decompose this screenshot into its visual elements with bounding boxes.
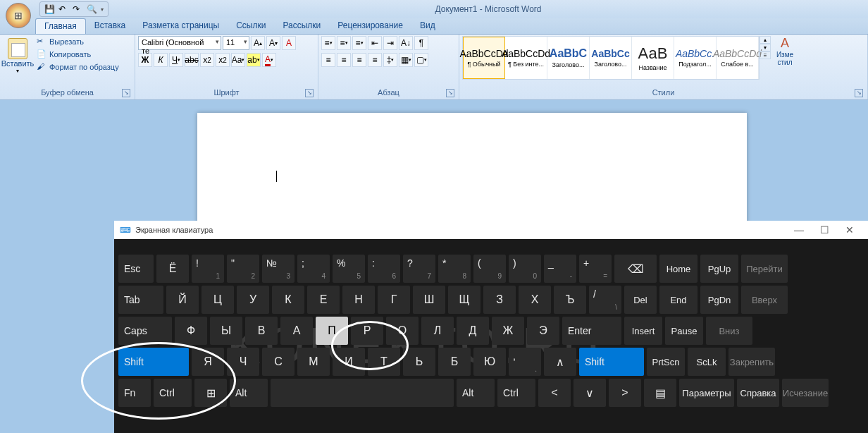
paragraph-dialog-launcher[interactable]: ↘ — [446, 89, 454, 97]
subscript-button[interactable]: x2 — [200, 53, 214, 67]
key-исчезание[interactable]: Исчезание — [782, 379, 829, 407]
font-color-button[interactable]: A▾ — [262, 53, 276, 67]
key-"[interactable]: "2 — [227, 255, 259, 283]
key-_[interactable]: _- — [544, 255, 576, 283]
key-space[interactable] — [271, 379, 454, 407]
show-marks-button[interactable]: ¶ — [414, 36, 428, 50]
key-ш[interactable]: Ш — [413, 286, 445, 314]
font-family-combo[interactable]: Calibri (Основной те▾ — [138, 36, 221, 50]
align-right-button[interactable]: ≡ — [352, 53, 366, 67]
key-я[interactable]: Я — [192, 348, 224, 376]
key->[interactable]: > — [609, 379, 641, 407]
key-й[interactable]: Й — [166, 286, 199, 314]
key-с[interactable]: С — [262, 348, 294, 376]
minimize-button[interactable]: — — [786, 224, 812, 236]
key-щ[interactable]: Щ — [448, 286, 480, 314]
key-([interactable]: (9 — [473, 255, 506, 283]
key-/[interactable]: /\ — [589, 286, 621, 314]
key-ы[interactable]: Ы — [210, 317, 242, 345]
key-ж[interactable]: Ж — [492, 317, 524, 345]
key-enter[interactable]: Enter — [562, 317, 621, 345]
style-item[interactable]: AaBbCcDd¶ Обычный — [463, 37, 505, 79]
key-%[interactable]: %5 — [333, 255, 365, 283]
key-+[interactable]: += — [579, 255, 612, 283]
format-painter-button[interactable]: 🖌Формат по образцу — [35, 61, 120, 73]
clipboard-dialog-launcher[interactable]: ↘ — [122, 89, 130, 97]
key-ь[interactable]: Ь — [403, 348, 435, 376]
align-left-button[interactable]: ≡ — [321, 53, 335, 67]
key-![interactable]: !1 — [192, 255, 224, 283]
numbering-button[interactable]: ≡▾ — [337, 36, 351, 50]
line-spacing-button[interactable]: ‡▾ — [383, 53, 397, 67]
key-,[interactable]: ,. — [509, 348, 541, 376]
key-<[interactable]: < — [538, 379, 571, 407]
tab-view[interactable]: Вид — [411, 18, 444, 34]
key-end[interactable]: End — [659, 286, 698, 314]
styles-gallery[interactable]: AaBbCcDd¶ ОбычныйAaBbCcDd¶ Без инте...Aa… — [462, 36, 760, 80]
styles-scroll-up[interactable]: ▴ — [760, 36, 771, 44]
key-shift[interactable]: Shift — [579, 348, 644, 376]
key-del[interactable]: Del — [624, 286, 657, 314]
style-item[interactable]: AaBbCЗаголово... — [547, 37, 590, 79]
key-alt[interactable]: Alt — [230, 379, 268, 407]
key-вверх[interactable]: Вверх — [741, 286, 788, 314]
key-ю[interactable]: Ю — [473, 348, 506, 376]
undo-icon[interactable]: ↶ — [58, 4, 68, 14]
italic-button[interactable]: К — [154, 53, 168, 67]
key-ц[interactable]: Ц — [202, 286, 234, 314]
key-▤[interactable]: ▤ — [644, 379, 676, 407]
key-к[interactable]: К — [272, 286, 304, 314]
clear-formatting-button[interactable]: A — [282, 36, 296, 50]
key-№[interactable]: №3 — [262, 255, 294, 283]
key-е[interactable]: Е — [307, 286, 340, 314]
key-⊞[interactable]: ⊞ — [194, 379, 227, 407]
style-item[interactable]: АаВНазвание — [632, 37, 674, 79]
superscript-button[interactable]: x2 — [216, 53, 230, 67]
bullets-button[interactable]: ≡▾ — [321, 36, 335, 50]
key-ctrl[interactable]: Ctrl — [497, 379, 535, 407]
style-item[interactable]: AaBbCcDdСлабое в... — [717, 37, 759, 79]
styles-expand[interactable]: ≡ — [760, 51, 771, 59]
office-button[interactable]: ⊞ — [6, 3, 31, 28]
key-справка[interactable]: Справка — [737, 379, 779, 407]
tab-home[interactable]: Главная — [35, 18, 86, 34]
key-⌫[interactable]: ⌫ — [614, 255, 657, 283]
change-styles-button[interactable]: A Изме стил — [771, 36, 799, 66]
highlight-button[interactable]: ab▾ — [247, 53, 261, 67]
redo-icon[interactable]: ↷ — [73, 4, 82, 14]
tab-page-layout[interactable]: Разметка страницы — [134, 18, 228, 34]
key-р[interactable]: Р — [351, 317, 383, 345]
key-ъ[interactable]: Ъ — [554, 286, 586, 314]
key-параметры[interactable]: Параметры — [679, 379, 734, 407]
decrease-indent-button[interactable]: ⇤ — [368, 36, 382, 50]
key-м[interactable]: М — [297, 348, 330, 376]
key-у[interactable]: У — [237, 286, 269, 314]
key-перейти[interactable]: Перейти — [741, 255, 788, 283]
key-в[interactable]: В — [245, 317, 278, 345]
key-т[interactable]: Т — [368, 348, 400, 376]
close-button[interactable]: ✕ — [837, 224, 862, 236]
font-dialog-launcher[interactable]: ↘ — [305, 89, 314, 97]
copy-button[interactable]: 📄Копировать — [35, 49, 120, 60]
key-н[interactable]: Н — [342, 286, 375, 314]
justify-button[interactable]: ≡ — [368, 53, 382, 67]
shading-button[interactable]: ▦▾ — [399, 53, 413, 67]
maximize-button[interactable]: ☐ — [812, 224, 837, 236]
key-)[interactable]: )0 — [509, 255, 541, 283]
key-г[interactable]: Г — [378, 286, 410, 314]
key-ф[interactable]: Ф — [175, 317, 207, 345]
key-л[interactable]: Л — [421, 317, 454, 345]
style-item[interactable]: AaBbCcDd¶ Без инте... — [505, 37, 547, 79]
strikethrough-button[interactable]: abc — [185, 53, 199, 67]
key-закрепить[interactable]: Закрепить — [728, 348, 775, 376]
key-?[interactable]: ?7 — [403, 255, 435, 283]
change-case-button[interactable]: Aa▾ — [231, 53, 245, 67]
font-size-combo[interactable]: 11▾ — [223, 36, 249, 50]
key-ctrl[interactable]: Ctrl — [154, 379, 192, 407]
key-∧[interactable]: ∧ — [544, 348, 576, 376]
key-tab[interactable]: Tab — [118, 286, 163, 314]
key-п[interactable]: П — [316, 317, 348, 345]
save-icon[interactable]: 💾 — [44, 4, 54, 14]
key-и[interactable]: И — [333, 348, 365, 376]
key-ч[interactable]: Ч — [227, 348, 259, 376]
